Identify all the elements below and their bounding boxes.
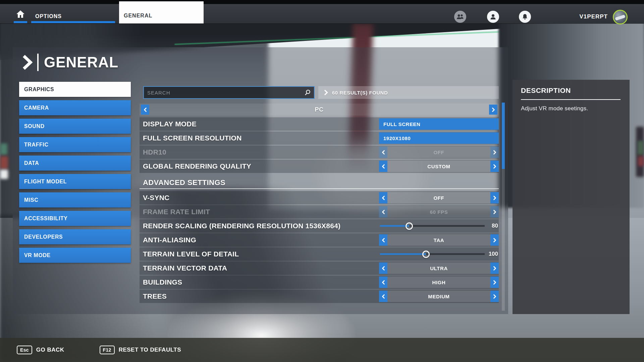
options-tab-label: OPTIONS bbox=[35, 13, 62, 19]
stepper-value: OFF bbox=[387, 192, 490, 203]
stepper-right-arrow bbox=[490, 146, 499, 158]
setting-row-buildings: BUILDINGSHIGH bbox=[140, 276, 499, 289]
dropdown-full-screen-resolution[interactable]: 1920X1080 bbox=[379, 132, 499, 144]
stepper-value: TAA bbox=[387, 234, 490, 246]
profile-button[interactable] bbox=[487, 11, 499, 23]
platform-prev-arrow[interactable] bbox=[141, 105, 149, 115]
slider-track[interactable] bbox=[380, 225, 485, 227]
tab-options[interactable]: OPTIONS bbox=[31, 4, 115, 23]
stepper-left-arrow bbox=[379, 206, 387, 218]
footer-bar: Esc GO BACK F12 RESET TO DEFAULTS bbox=[0, 338, 644, 362]
stepper-left-arrow[interactable] bbox=[379, 262, 387, 274]
stepper-right-arrow[interactable] bbox=[490, 277, 499, 288]
sidebar-item-flight-model[interactable]: FLIGHT MODEL bbox=[19, 174, 131, 189]
setting-row-anti-aliasing: ANTI-ALIASINGTAA bbox=[140, 233, 499, 247]
sidebar-item-accessibility[interactable]: ACCESSIBILITY bbox=[19, 211, 131, 226]
stepper-value: ULTRA bbox=[387, 262, 490, 274]
tab-general-active[interactable]: GENERAL bbox=[119, 1, 204, 23]
stepper-value: CUSTOM bbox=[387, 161, 490, 172]
setting-label: DISPLAY MODE bbox=[143, 120, 197, 128]
title-divider bbox=[37, 54, 39, 71]
setting-row-trees: TREESMEDIUM bbox=[140, 290, 499, 303]
notifications-button[interactable] bbox=[519, 11, 531, 23]
page-title: GENERAL bbox=[22, 52, 118, 73]
options-category-sidebar: GRAPHICSCAMERASOUNDTRAFFICDATAFLIGHT MOD… bbox=[19, 82, 131, 266]
slider-track[interactable] bbox=[380, 253, 485, 255]
setting-row-global-rendering-quality: GLOBAL RENDERING QUALITYCUSTOM bbox=[140, 160, 499, 173]
sidebar-item-data[interactable]: DATA bbox=[19, 156, 131, 171]
stepper-right-arrow[interactable] bbox=[490, 291, 499, 302]
stepper-right-arrow[interactable] bbox=[490, 192, 499, 203]
msfs-options-screen: OPTIONS GENERAL V1PERPT bbox=[0, 0, 644, 362]
home-button[interactable] bbox=[14, 4, 27, 23]
search-icon[interactable] bbox=[304, 89, 311, 96]
stepper-right-arrow[interactable] bbox=[490, 234, 499, 246]
setting-label: TREES bbox=[143, 292, 167, 300]
stepper-left-arrow[interactable] bbox=[379, 234, 387, 246]
slider-value: 80 bbox=[492, 223, 498, 229]
sidebar-item-graphics[interactable]: GRAPHICS bbox=[19, 82, 131, 97]
setting-row-terrain-level-of-detail: TERRAIN LEVEL OF DETAIL100 bbox=[140, 247, 499, 261]
sidebar-item-label: MISC bbox=[24, 197, 38, 203]
profile-icon bbox=[490, 14, 496, 20]
dropdown-display-mode[interactable]: FULL SCREEN bbox=[379, 118, 499, 130]
top-black-strip bbox=[0, 0, 644, 4]
sidebar-item-label: GRAPHICS bbox=[24, 86, 54, 93]
f12-keycap: F12 bbox=[100, 346, 115, 354]
stepper-v-sync: OFF bbox=[379, 192, 499, 203]
slider-terrain-level-of-detail: 100 bbox=[379, 247, 499, 261]
stepper-value: 60 FPS bbox=[387, 206, 490, 218]
sidebar-item-label: DEVELOPERS bbox=[24, 234, 63, 240]
sidebar-item-misc[interactable]: MISC bbox=[19, 192, 131, 207]
settings-list: DISPLAY MODEFULL SCREENFULL SCREEN RESOL… bbox=[140, 117, 499, 304]
setting-row-hdr10: HDR10OFF bbox=[140, 145, 499, 159]
sidebar-item-label: ACCESSIBILITY bbox=[24, 216, 68, 222]
sidebar-item-vr-mode[interactable]: VR MODE bbox=[19, 248, 131, 263]
stepper-right-arrow[interactable] bbox=[490, 262, 499, 274]
results-count-label: 60 RESULT(S) FOUND bbox=[332, 90, 388, 96]
stepper-left-arrow[interactable] bbox=[379, 277, 387, 288]
slider-render-scaling-rendering-resolution-1536x864: 80 bbox=[379, 219, 499, 233]
friends-button[interactable] bbox=[454, 11, 466, 23]
sidebar-item-developers[interactable]: DEVELOPERS bbox=[19, 229, 131, 244]
sidebar-item-label: SOUND bbox=[24, 123, 45, 129]
sidebar-item-sound[interactable]: SOUND bbox=[19, 119, 131, 134]
section-title: ADVANCED SETTINGS bbox=[143, 178, 225, 187]
stepper-value: OFF bbox=[387, 146, 490, 158]
friends-icon bbox=[457, 14, 464, 19]
setting-row-full-screen-resolution: FULL SCREEN RESOLUTION1920X1080 bbox=[140, 131, 499, 145]
home-icon bbox=[16, 10, 25, 18]
setting-label: V-SYNC bbox=[143, 194, 169, 202]
notifications-icon bbox=[522, 14, 528, 20]
avatar[interactable] bbox=[613, 10, 628, 24]
search-results-bar[interactable]: 60 RESULT(S) FOUND bbox=[318, 86, 499, 99]
sidebar-item-camera[interactable]: CAMERA bbox=[19, 100, 131, 115]
search-box bbox=[143, 86, 315, 99]
stepper-left-arrow[interactable] bbox=[379, 291, 387, 302]
stepper-right-arrow[interactable] bbox=[490, 161, 499, 172]
platform-next-arrow[interactable] bbox=[489, 105, 497, 115]
esc-keycap: Esc bbox=[17, 346, 32, 354]
search-input[interactable] bbox=[144, 90, 304, 96]
slider-knob[interactable] bbox=[406, 222, 413, 230]
slider-fill bbox=[380, 225, 409, 227]
setting-row-frame-rate-limit: FRAME RATE LIMIT60 FPS bbox=[140, 205, 499, 219]
sidebar-item-label: FLIGHT MODEL bbox=[24, 179, 67, 185]
stepper-left-arrow bbox=[379, 146, 387, 158]
stepper-left-arrow[interactable] bbox=[379, 192, 387, 203]
stepper-terrain-vector-data: ULTRA bbox=[379, 262, 499, 274]
stepper-trees: MEDIUM bbox=[379, 291, 499, 302]
setting-label: FRAME RATE LIMIT bbox=[143, 208, 210, 216]
setting-label: TERRAIN VECTOR DATA bbox=[143, 264, 227, 272]
go-back-button[interactable]: Esc GO BACK bbox=[17, 346, 64, 354]
top-navigation-bar: OPTIONS GENERAL V1PERPT bbox=[0, 4, 644, 23]
scrollbar-thumb[interactable] bbox=[502, 103, 505, 169]
slider-knob[interactable] bbox=[422, 250, 430, 258]
reset-to-defaults-button[interactable]: F12 RESET TO DEFAULTS bbox=[100, 346, 181, 354]
setting-row-terrain-vector-data: TERRAIN VECTOR DATAULTRA bbox=[140, 261, 499, 275]
sidebar-item-traffic[interactable]: TRAFFIC bbox=[19, 137, 131, 152]
settings-scrollbar bbox=[502, 103, 505, 311]
stepper-left-arrow[interactable] bbox=[379, 161, 387, 172]
sidebar-item-label: CAMERA bbox=[24, 105, 49, 111]
setting-label: ANTI-ALIASING bbox=[143, 236, 196, 244]
